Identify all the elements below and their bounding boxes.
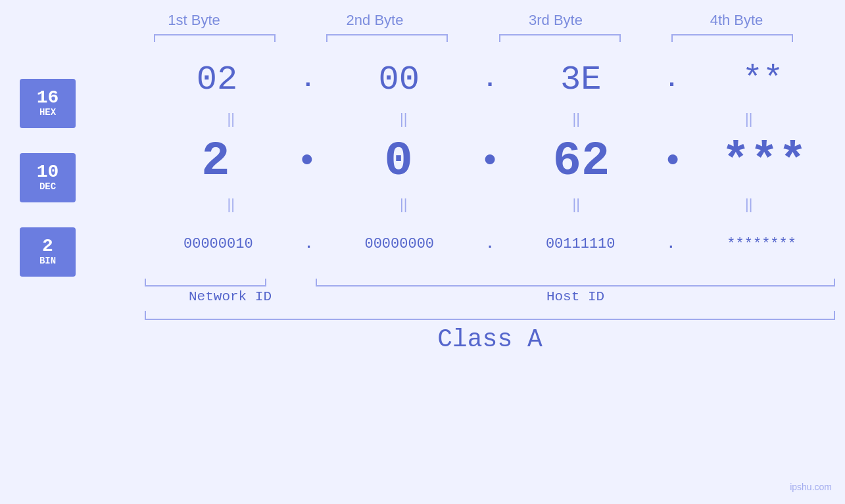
bin-row: 00000010 . 00000000 . 00111110 . *******… [145,214,835,273]
eq2-4: || [677,196,821,213]
header-byte1: 1st Byte [122,12,266,29]
dot-dec-2: • [479,143,500,181]
dec-row: 2 • 0 • 62 • *** [145,129,835,195]
top-brackets [128,34,819,42]
bracket-byte4 [671,34,793,42]
equals-row-1: || || || || [145,109,835,129]
bin-val-2: 00000000 [339,236,460,252]
hex-val-3: 3E [520,60,642,99]
dec-val-2: 0 [337,135,459,189]
eq2-1: || [158,196,303,213]
network-id-label: Network ID [145,289,316,304]
hex-val-4: ** [702,60,823,99]
eq2-2: || [331,196,476,213]
dot-dec-3: • [662,143,683,181]
dot-bin-2: . [485,236,494,252]
dec-base-num: 10 [37,163,59,181]
bracket-host-id [316,279,835,286]
eq1-3: || [504,110,648,127]
hex-val-2: 00 [338,60,460,99]
dec-val-1: 2 [155,135,276,189]
hex-base-label: HEX [39,107,56,118]
bottom-bracket-row [145,279,835,286]
dec-base-label: DEC [39,181,56,193]
hex-base-num: 16 [37,89,59,107]
bin-val-4: ******** [701,236,823,252]
bin-val-3: 00111110 [519,236,641,252]
bottom-brackets-container: Network ID Host ID Class A [145,279,835,354]
bracket-network-id [145,279,266,286]
eq1-1: || [158,110,303,127]
byte-headers: 1st Byte 2nd Byte 3rd Byte 4th Byte [104,12,827,29]
id-labels: Network ID Host ID [145,289,835,304]
dot-hex-2: . [483,66,497,93]
eq2-3: || [504,196,648,213]
eq1-4: || [677,110,821,127]
dot-dec-1: • [297,143,317,181]
bin-base-num: 2 [42,237,53,256]
bin-base-box: 2 BIN [20,227,76,277]
bracket-byte2 [326,34,448,42]
header-byte2: 2nd Byte [302,12,447,29]
hex-row: 02 . 00 . 3E . ** [145,50,835,109]
bin-base-label: BIN [39,256,56,267]
header-byte3: 3rd Byte [483,12,628,29]
dec-val-3: 62 [521,135,642,189]
dot-bin-1: . [304,236,313,252]
eq1-2: || [331,110,476,127]
host-id-label: Host ID [316,289,835,304]
wide-bracket [145,311,835,320]
attribution: ipshu.com [790,482,832,492]
dec-base-box: 10 DEC [20,153,76,202]
hex-val-1: 02 [157,60,278,99]
dec-val-4: *** [704,135,825,189]
main-container: 1st Byte 2nd Byte 3rd Byte 4th Byte 16 H… [0,0,845,504]
dot-hex-1: . [301,66,316,93]
hex-base-box: 16 HEX [20,79,76,128]
dot-hex-3: . [665,66,679,93]
bracket-byte3 [499,34,621,42]
header-byte4: 4th Byte [664,12,809,29]
class-label: Class A [145,325,835,354]
bracket-byte1 [154,34,276,42]
bin-val-1: 00000010 [157,236,279,252]
equals-row-2: || || || || [145,195,835,214]
base-labels: 16 HEX 10 DEC 2 BIN [20,79,76,277]
dot-bin-3: . [667,236,675,252]
